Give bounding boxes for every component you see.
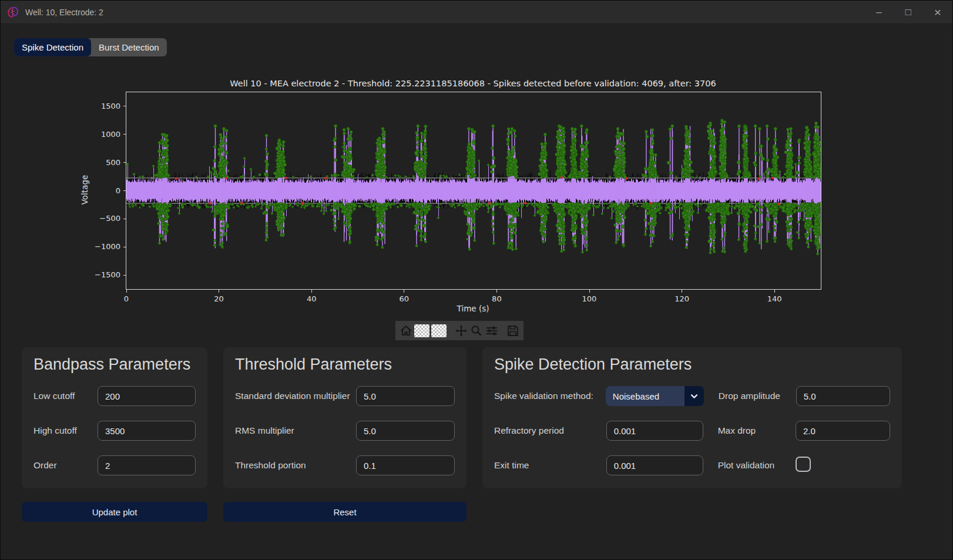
plot-toolbar: [395, 321, 524, 340]
y-tick: [123, 134, 126, 135]
low-cutoff-input[interactable]: [98, 386, 196, 406]
rms-multiplier-label: RMS multiplier: [235, 425, 356, 436]
close-button[interactable]: ×: [923, 1, 952, 24]
x-tick: [126, 290, 127, 293]
x-tick-label: 100: [576, 294, 602, 303]
x-tick-label: 20: [206, 294, 232, 303]
app-window: Well: 10, Electrode: 2 – □ × Spike Detec…: [0, 0, 953, 560]
std-multiplier-row: Standard deviation multiplier: [235, 386, 455, 406]
refractory-period-label: Refractory period: [494, 425, 606, 436]
refractory-period-input[interactable]: [606, 421, 703, 441]
x-tick: [219, 290, 219, 293]
minimize-button[interactable]: –: [864, 1, 894, 24]
x-tick-label: 140: [761, 294, 787, 303]
validation-method-label: Spike validation method:: [494, 391, 606, 401]
spike-panel-title: Spike Detection Parameters: [494, 356, 890, 374]
exit-time-input[interactable]: [606, 455, 703, 475]
max-drop-input[interactable]: [796, 421, 890, 441]
high-cutoff-input[interactable]: [98, 421, 196, 441]
plot-axes[interactable]: 020406080100120140150010005000−500−1000−…: [126, 92, 821, 290]
tab-burst-detection[interactable]: Burst Detection: [91, 38, 167, 56]
threshold-panel: Threshold Parameters Standard deviation …: [223, 347, 467, 488]
validation-method-dropdown[interactable]: Noisebased: [606, 386, 704, 406]
threshold-portion-row: Threshold portion: [235, 455, 455, 475]
bandpass-panel-title: Bandpass Parameters: [33, 356, 196, 374]
bandpass-panel: Bandpass Parameters Low cutoff High cuto…: [22, 347, 207, 488]
x-tick-label: 40: [298, 294, 324, 303]
y-tick: [123, 275, 126, 276]
order-input[interactable]: [98, 455, 196, 475]
configure-sliders-icon[interactable]: [485, 323, 499, 338]
std-multiplier-input[interactable]: [356, 386, 455, 406]
save-icon[interactable]: [506, 323, 520, 338]
x-tick: [774, 290, 775, 293]
y-axis-label: Voltage: [80, 169, 89, 210]
x-tick: [311, 290, 312, 293]
y-tick-label: −1000: [89, 242, 120, 251]
maximize-button[interactable]: □: [894, 1, 923, 24]
plot-validation-label: Plot validation: [718, 460, 796, 471]
pan-icon[interactable]: [454, 323, 468, 338]
x-tick-label: 0: [113, 294, 139, 303]
x-tick-label: 80: [484, 294, 509, 303]
threshold-portion-label: Threshold portion: [235, 460, 356, 471]
plot-title: Well 10 - MEA electrode 2 - Threshold: 2…: [126, 79, 820, 88]
waveform-canvas[interactable]: [126, 92, 821, 289]
y-tick-label: 1500: [89, 102, 120, 110]
y-tick: [123, 219, 126, 219]
validation-method-value: Noisebased: [606, 386, 684, 406]
rms-multiplier-row: RMS multiplier: [235, 421, 455, 441]
y-tick: [123, 106, 126, 106]
reset-button[interactable]: Reset: [223, 502, 467, 522]
max-drop-label: Max drop: [718, 425, 796, 436]
low-cutoff-label: Low cutoff: [33, 391, 98, 401]
exit-time-row: Exit time Plot validation: [494, 455, 890, 475]
refractory-period-row: Refractory period Max drop: [494, 421, 890, 441]
rms-multiplier-input[interactable]: [356, 421, 455, 441]
std-multiplier-label: Standard deviation multiplier: [235, 391, 356, 401]
y-tick: [123, 247, 126, 247]
x-tick-label: 120: [669, 294, 695, 303]
y-tick-label: −500: [89, 214, 120, 223]
order-label: Order: [33, 460, 98, 471]
x-tick-label: 60: [391, 294, 417, 303]
back-icon: [414, 323, 429, 338]
y-tick-label: −1500: [89, 270, 120, 279]
window-title: Well: 10, Electrode: 2: [25, 8, 103, 17]
low-cutoff-row: Low cutoff: [33, 386, 196, 406]
y-tick: [123, 162, 126, 163]
tab-bar: Spike Detection Burst Detection: [14, 38, 167, 56]
zoom-icon[interactable]: [469, 323, 483, 338]
title-bar: Well: 10, Electrode: 2 – □ ×: [1, 1, 952, 24]
update-plot-button[interactable]: Update plot: [22, 502, 207, 522]
x-tick: [404, 290, 404, 293]
brain-icon: [6, 6, 19, 19]
validation-method-row: Spike validation method: Noisebased Drop…: [494, 386, 890, 406]
x-axis-label: Time (s): [126, 304, 820, 313]
forward-icon: [431, 323, 447, 338]
high-cutoff-label: High cutoff: [33, 425, 98, 436]
threshold-portion-input[interactable]: [356, 455, 455, 475]
y-tick-label: 1000: [89, 130, 120, 139]
x-tick: [496, 290, 497, 293]
window-controls: – □ ×: [864, 1, 952, 24]
x-tick: [589, 290, 590, 293]
y-tick: [123, 190, 126, 191]
chevron-down-icon: [684, 386, 704, 406]
threshold-panel-title: Threshold Parameters: [235, 356, 455, 374]
drop-amplitude-label: Drop amplitude: [719, 391, 796, 401]
exit-time-label: Exit time: [494, 460, 606, 471]
x-tick: [682, 290, 682, 293]
tab-spike-detection[interactable]: Spike Detection: [14, 38, 91, 56]
spike-detection-panel: Spike Detection Parameters Spike validat…: [482, 347, 902, 488]
y-tick-label: 0: [89, 186, 120, 195]
order-row: Order: [33, 455, 196, 475]
drop-amplitude-input[interactable]: [796, 386, 890, 406]
home-icon[interactable]: [399, 323, 412, 338]
y-tick-label: 500: [89, 158, 120, 167]
plot-validation-checkbox[interactable]: [796, 457, 811, 472]
high-cutoff-row: High cutoff: [33, 421, 196, 441]
